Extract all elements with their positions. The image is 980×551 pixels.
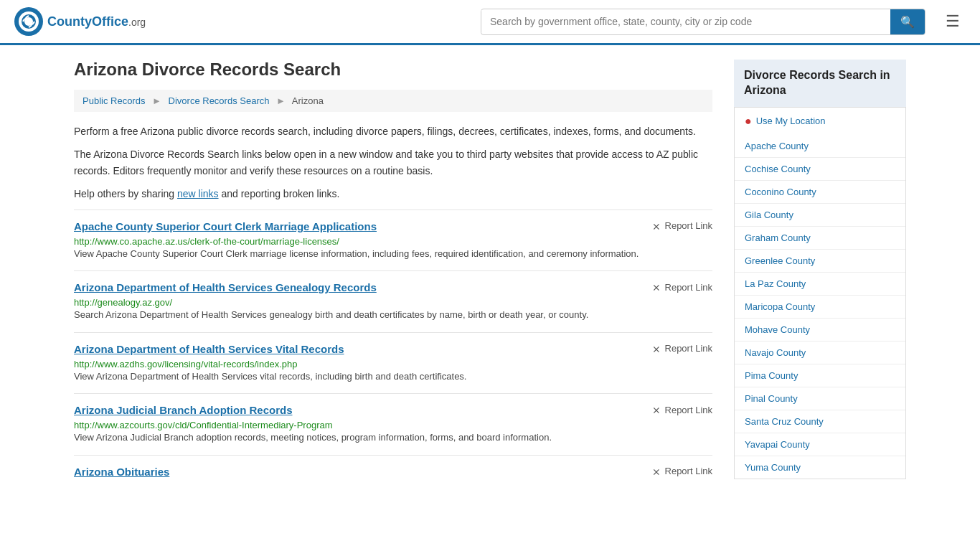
report-icon: ⨯: [652, 404, 661, 415]
logo-text: CountyOffice.org: [47, 14, 146, 29]
county-list-item: Cochise County: [735, 158, 905, 181]
result-title[interactable]: Arizona Judicial Branch Adoption Records: [74, 404, 292, 416]
report-link[interactable]: ⨯Report Link: [652, 343, 712, 354]
county-link[interactable]: Yuma County: [735, 456, 905, 479]
result-title[interactable]: Apache County Superior Court Clerk Marri…: [74, 220, 377, 232]
result-description: View Arizona Department of Health Servic…: [74, 369, 712, 384]
result-url[interactable]: http://www.azdhs.gov/licensing/vital-rec…: [74, 359, 297, 369]
use-location-row[interactable]: ● Use My Location: [734, 107, 906, 135]
county-list-item: Apache County: [735, 135, 905, 158]
report-link[interactable]: ⨯Report Link: [652, 220, 712, 232]
use-location-link[interactable]: Use My Location: [756, 116, 826, 126]
county-link[interactable]: Maricopa County: [735, 296, 905, 318]
result-header: Arizona Obituaries⨯Report Link: [74, 466, 712, 478]
report-label: Report Link: [665, 405, 712, 415]
county-list-item: Yavapai County: [735, 433, 905, 456]
sidebar: Divorce Records Search in Arizona ● Use …: [734, 60, 906, 491]
breadcrumb-sep-1: ►: [152, 95, 161, 106]
logo-suffix: .org: [128, 17, 146, 28]
county-list-item: Greenlee County: [735, 250, 905, 273]
report-label: Report Link: [665, 466, 712, 476]
search-button[interactable]: 🔍: [890, 9, 925, 34]
county-link[interactable]: Navajo County: [735, 342, 905, 364]
menu-button[interactable]: ☰: [940, 9, 966, 34]
report-icon: ⨯: [652, 343, 661, 354]
county-link[interactable]: Mohave County: [735, 319, 905, 341]
result-description: Search Arizona Department of Health Serv…: [74, 308, 712, 322]
county-list-item: Coconino County: [735, 181, 905, 204]
result-item: Apache County Superior Court Clerk Marri…: [74, 209, 712, 271]
breadcrumb-public-records[interactable]: Public Records: [83, 95, 145, 106]
result-header: Arizona Department of Health Services Vi…: [74, 343, 712, 355]
result-header: Arizona Judicial Branch Adoption Records…: [74, 404, 712, 416]
description-3: Help others by sharing new links and rep…: [74, 186, 712, 202]
county-list-item: Pima County: [735, 364, 905, 387]
search-area: 🔍: [481, 9, 925, 35]
header: CountyOffice.org 🔍 ☰: [0, 0, 980, 45]
county-list: Apache CountyCochise CountyCoconino Coun…: [734, 135, 906, 479]
county-link[interactable]: Yavapai County: [735, 433, 905, 456]
county-list-item: Gila County: [735, 204, 905, 227]
county-link[interactable]: Pinal County: [735, 387, 905, 410]
new-links-link[interactable]: new links: [177, 188, 219, 199]
report-icon: ⨯: [652, 281, 661, 293]
result-description: View Arizona Judicial Branch adoption re…: [74, 430, 712, 445]
description-3-post: and reporting broken links.: [219, 188, 340, 199]
report-label: Report Link: [665, 343, 712, 354]
county-link[interactable]: Apache County: [735, 135, 905, 157]
county-link[interactable]: Pima County: [735, 364, 905, 387]
result-title[interactable]: Arizona Obituaries: [74, 466, 169, 478]
breadcrumb: Public Records ► Divorce Records Search …: [74, 90, 712, 112]
main-content: Arizona Divorce Records Search Public Re…: [74, 60, 712, 491]
county-list-item: Mohave County: [735, 319, 905, 342]
result-description: View Apache County Superior Court Clerk …: [74, 247, 712, 261]
result-url[interactable]: http://www.azcourts.gov/cld/Confidential…: [74, 420, 333, 430]
breadcrumb-arizona: Arizona: [292, 95, 324, 106]
page-title: Arizona Divorce Records Search: [74, 60, 712, 80]
county-list-item: Graham County: [735, 227, 905, 250]
result-title[interactable]: Arizona Department of Health Services Ge…: [74, 281, 377, 293]
result-item: Arizona Obituaries⨯Report Link: [74, 455, 712, 491]
breadcrumb-divorce-records[interactable]: Divorce Records Search: [169, 95, 270, 106]
sidebar-title: Divorce Records Search in Arizona: [734, 60, 906, 107]
result-header: Apache County Superior Court Clerk Marri…: [74, 220, 712, 232]
county-list-item: Pinal County: [735, 387, 905, 410]
description-1: Perform a free Arizona public divorce re…: [74, 123, 712, 139]
hamburger-icon: ☰: [946, 12, 960, 30]
report-icon: ⨯: [652, 220, 661, 232]
county-link[interactable]: La Paz County: [735, 273, 905, 295]
county-link[interactable]: Gila County: [735, 204, 905, 226]
logo-link[interactable]: CountyOffice.org: [14, 7, 146, 36]
result-url[interactable]: http://www.co.apache.az.us/clerk-of-the-…: [74, 236, 339, 247]
report-label: Report Link: [665, 282, 712, 293]
county-link[interactable]: Greenlee County: [735, 250, 905, 272]
report-link[interactable]: ⨯Report Link: [652, 281, 712, 293]
result-item: Arizona Department of Health Services Ge…: [74, 270, 712, 332]
result-item: Arizona Judicial Branch Adoption Records…: [74, 393, 712, 455]
location-icon: ●: [745, 115, 752, 128]
county-link[interactable]: Coconino County: [735, 181, 905, 203]
county-link[interactable]: Cochise County: [735, 158, 905, 180]
county-list-item: Santa Cruz County: [735, 410, 905, 433]
report-label: Report Link: [665, 220, 712, 231]
county-list-item: Yuma County: [735, 456, 905, 479]
county-list-item: Navajo County: [735, 342, 905, 364]
result-header: Arizona Department of Health Services Ge…: [74, 281, 712, 293]
logo-icon: [14, 7, 43, 36]
county-link[interactable]: Santa Cruz County: [735, 410, 905, 433]
county-list-item: La Paz County: [735, 273, 905, 296]
result-item: Arizona Department of Health Services Vi…: [74, 332, 712, 394]
result-title[interactable]: Arizona Department of Health Services Vi…: [74, 343, 344, 355]
report-link[interactable]: ⨯Report Link: [652, 404, 712, 415]
breadcrumb-sep-2: ►: [276, 95, 286, 106]
search-icon: 🔍: [900, 16, 915, 28]
county-list-item: Maricopa County: [735, 296, 905, 319]
search-input[interactable]: [481, 10, 890, 33]
report-icon: ⨯: [652, 466, 661, 477]
report-link[interactable]: ⨯Report Link: [652, 466, 712, 477]
content-wrapper: Arizona Divorce Records Search Public Re…: [60, 45, 920, 505]
result-url[interactable]: http://genealogy.az.gov/: [74, 297, 172, 308]
description-2: The Arizona Divorce Records Search links…: [74, 146, 712, 179]
county-link[interactable]: Graham County: [735, 227, 905, 249]
results-list: Apache County Superior Court Clerk Marri…: [74, 209, 712, 491]
